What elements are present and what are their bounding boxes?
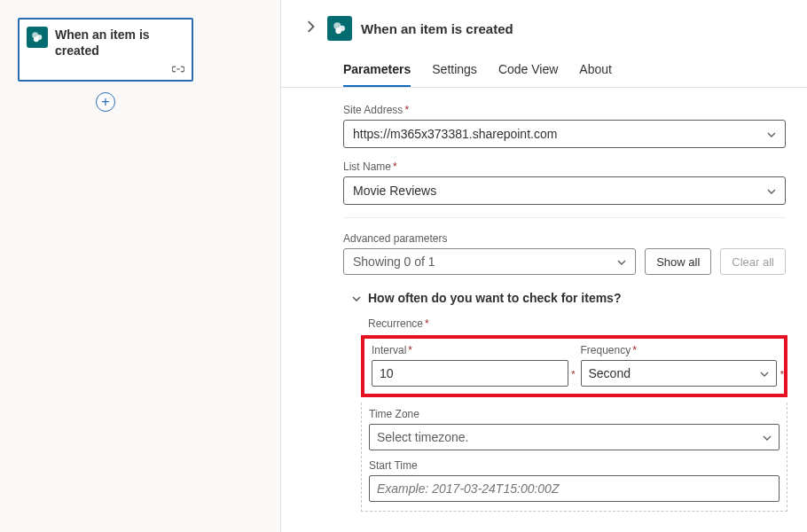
required-indicator: * <box>632 344 637 356</box>
divider <box>343 217 786 218</box>
advanced-parameters-select[interactable]: Showing 0 of 1 <box>343 248 636 275</box>
list-name-select[interactable]: Movie Reviews <box>343 176 786 205</box>
site-address-select[interactable]: https://m365x373381.sharepoint.com <box>343 120 786 148</box>
sharepoint-icon <box>327 16 352 41</box>
frequency-value: Second <box>589 366 631 380</box>
site-address-label: Site Address* <box>343 104 786 116</box>
interval-label: Interval* <box>372 344 568 356</box>
parameters-form: Site Address* https://m365x373381.sharep… <box>281 88 807 512</box>
add-step-row: + <box>18 92 193 112</box>
connection-icon <box>172 64 184 76</box>
chevron-down-icon <box>760 368 769 379</box>
svg-point-5 <box>335 27 341 34</box>
highlighted-region: Interval* * Frequency* Second * <box>361 335 787 397</box>
frequency-col: Frequency* Second * <box>581 344 778 387</box>
required-indicator: * <box>408 344 412 356</box>
chevron-down-icon <box>763 432 772 442</box>
collapse-chevron-icon[interactable] <box>302 20 318 36</box>
flow-canvas: When an item is created + <box>0 0 280 532</box>
advanced-select-wrap: Advanced parameters Showing 0 of 1 <box>343 232 636 275</box>
node-footer <box>20 64 192 80</box>
tab-bar: Parameters Settings Code View About <box>281 48 807 88</box>
config-panel: When an item is created Parameters Setti… <box>280 0 807 532</box>
advanced-summary: Showing 0 of 1 <box>353 254 435 269</box>
advanced-parameters-row: Advanced parameters Showing 0 of 1 Show … <box>343 232 786 275</box>
recurrence-label: Recurrence* <box>368 317 786 330</box>
start-time-input[interactable] <box>369 475 780 502</box>
recurrence-section-toggle[interactable]: How often do you want to check for items… <box>352 291 786 305</box>
required-indicator: * <box>393 160 397 173</box>
tab-settings[interactable]: Settings <box>432 62 477 87</box>
list-name-value: Movie Reviews <box>353 184 436 198</box>
tab-code-view[interactable]: Code View <box>498 62 558 87</box>
timezone-select[interactable]: Select timezone. <box>369 424 780 450</box>
svg-point-2 <box>34 36 39 42</box>
required-indicator: * <box>425 317 429 330</box>
chevron-down-icon <box>617 256 626 267</box>
interval-frequency-row: Interval* * Frequency* Second * <box>372 344 777 387</box>
site-address-value: https://m365x373381.sharepoint.com <box>353 127 557 141</box>
start-time-label: Start Time <box>369 459 780 472</box>
clear-all-button: Clear all <box>720 248 786 275</box>
required-indicator: * <box>571 369 575 379</box>
interval-col: Interval* * <box>372 344 568 387</box>
recurrence-group: Recurrence* Interval* * Frequency* <box>368 317 786 512</box>
frequency-label: Frequency* <box>581 344 778 356</box>
interval-input[interactable] <box>372 360 568 387</box>
required-indicator: * <box>780 369 784 379</box>
frequency-select[interactable]: Second <box>581 360 778 387</box>
chevron-down-icon <box>767 185 776 196</box>
timezone-value: Select timezone. <box>377 430 469 444</box>
timezone-label: Time Zone <box>369 408 780 420</box>
panel-title: When an item is created <box>361 21 513 36</box>
list-name-label: List Name* <box>343 160 786 173</box>
node-header: When an item is created <box>20 20 192 64</box>
trigger-node[interactable]: When an item is created <box>18 18 193 82</box>
sharepoint-icon <box>27 27 48 48</box>
chevron-down-icon <box>767 129 776 139</box>
node-title: When an item is created <box>55 27 184 59</box>
optional-fields-group: Time Zone Select timezone. Start Time <box>361 403 787 512</box>
chevron-down-icon <box>352 292 361 304</box>
show-all-button[interactable]: Show all <box>645 248 711 275</box>
advanced-label: Advanced parameters <box>343 232 636 245</box>
required-indicator: * <box>404 104 409 116</box>
panel-header: When an item is created <box>281 0 807 48</box>
tab-about[interactable]: About <box>579 62 612 87</box>
tab-parameters[interactable]: Parameters <box>343 62 411 87</box>
add-step-button[interactable]: + <box>96 92 115 112</box>
section-title: How often do you want to check for items… <box>368 291 621 305</box>
